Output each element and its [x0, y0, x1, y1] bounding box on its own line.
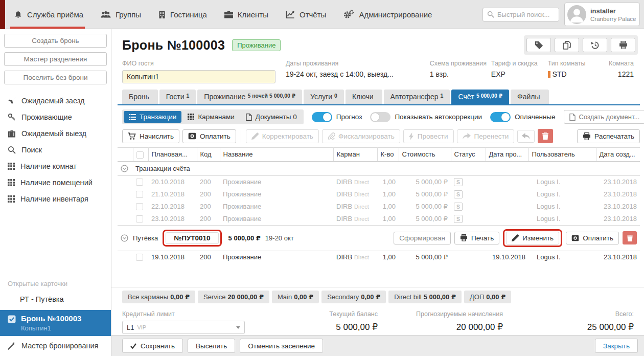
nav-groups[interactable]: Группы: [92, 0, 150, 29]
checkin-without-booking-button[interactable]: Поселить без брони: [4, 71, 107, 84]
pay-button[interactable]: Оплатить: [182, 129, 236, 143]
col-created[interactable]: Дата созд...: [596, 148, 640, 162]
select-all-checkbox[interactable]: [136, 151, 144, 159]
cancel-checkin-button[interactable]: Отменить заселение: [240, 339, 323, 353]
tab-accommodation[interactable]: Проживание5 ночей 5 000,00 ₽: [197, 90, 302, 104]
undo-button[interactable]: [517, 130, 535, 143]
forecast-toggle[interactable]: [312, 112, 332, 122]
delete-button[interactable]: [538, 129, 553, 143]
pocket-chip-direct-bill[interactable]: Direct bill5 000,00 ₽: [388, 291, 462, 303]
user-menu[interactable]: installer Cranberry Palace: [564, 3, 640, 26]
sidebar-item-booking-wizard[interactable]: Мастер бронирования: [0, 336, 111, 356]
pocket-chip-extra[interactable]: ДОП0,00 ₽: [464, 291, 511, 303]
autocorrections-toggle[interactable]: [370, 112, 390, 122]
history-button[interactable]: [583, 38, 607, 52]
col-code[interactable]: Код: [197, 148, 220, 162]
tab-account[interactable]: Счёт5 000,00 ₽: [451, 90, 509, 104]
sidebar-item-inventory-availability[interactable]: Наличие инвентаря: [0, 191, 111, 207]
pocket-chip-main[interactable]: Main0,00 ₽: [272, 291, 319, 303]
tab-files[interactable]: Файлы: [511, 90, 548, 104]
sidebar-item-space-availability[interactable]: Наличие помещений: [0, 174, 111, 191]
col-doc-date[interactable]: Дата про...: [486, 148, 528, 162]
voucher-delete-button[interactable]: [623, 231, 637, 244]
transaction-row[interactable]: 19.10.2018200Проживание DIRBDirect 1,005…: [118, 251, 640, 263]
view-pockets[interactable]: Карманами: [182, 111, 239, 123]
voucher-pay-button[interactable]: Оплатить: [566, 232, 619, 244]
save-button[interactable]: Сохранить: [122, 339, 183, 353]
transaction-row[interactable]: 20.10.2018200Проживание DIRBDirect 1,005…: [118, 175, 640, 188]
field-room-type[interactable]: Тип комнаты STD: [548, 60, 599, 78]
search-input[interactable]: [497, 11, 555, 18]
row-checkbox[interactable]: [136, 179, 143, 186]
collapse-icon[interactable]: [121, 165, 128, 172]
voucher-edit-button[interactable]: Изменить: [506, 232, 559, 244]
pocket-chip-all[interactable]: Все карманы0,00 ₽: [122, 291, 195, 303]
row-checkbox[interactable]: [136, 254, 143, 261]
credit-limit-select[interactable]: L1 VIP: [122, 321, 245, 334]
row-checkbox[interactable]: [136, 191, 143, 198]
col-pocket[interactable]: Карман: [333, 148, 377, 162]
col-cost[interactable]: Стоимость: [399, 148, 451, 162]
toggle-label: Показывать автокоррекции: [395, 113, 482, 121]
pocket-chip-service[interactable]: Service20 000,00 ₽: [198, 291, 269, 303]
fiscalize-button[interactable]: Фискализировать: [322, 129, 400, 143]
open-card-booking-guest: Копытин1: [21, 324, 81, 332]
paid-toggle[interactable]: [490, 112, 511, 122]
sidebar-item-expected-departure[interactable]: Ожидаемый выезд: [0, 125, 111, 142]
sidebar-item-expected-arrival[interactable]: Ожидаемый заезд: [0, 93, 111, 109]
field-label: ФИО гостя: [122, 60, 275, 67]
nav-clients[interactable]: Клиенты: [216, 0, 277, 29]
sidebar-item-inhouse-guests[interactable]: Проживающие: [0, 109, 111, 125]
close-button[interactable]: Закрыть: [595, 339, 638, 353]
nav-reports[interactable]: Отчёты: [277, 0, 335, 29]
tab-services[interactable]: Услуги0: [304, 90, 344, 104]
nav-front-desk[interactable]: Служба приёма: [5, 0, 92, 29]
copy-button[interactable]: [555, 38, 579, 52]
field-room-number[interactable]: Комната 1221: [609, 60, 634, 78]
col-name[interactable]: Название: [220, 148, 333, 162]
correct-button[interactable]: Корректировать: [246, 129, 319, 143]
open-card-voucher[interactable]: РТ - Путёвка: [0, 292, 111, 307]
field-stay-dates[interactable]: Даты проживания 19-24 окт, заезд с 14:00…: [286, 60, 420, 78]
guest-name-input[interactable]: [122, 70, 275, 83]
pocket-chip-secondary[interactable]: Secondary0,00 ₽: [321, 291, 386, 303]
collapse-icon[interactable]: [121, 234, 128, 242]
col-user[interactable]: Пользователь: [528, 148, 596, 162]
tags-button[interactable]: [526, 38, 551, 52]
row-checkbox[interactable]: [136, 215, 143, 222]
nav-hotel[interactable]: Гостиница: [150, 0, 216, 29]
col-status[interactable]: Статус: [451, 148, 486, 162]
sidebar-item-label: Поиск: [21, 146, 42, 154]
transaction-row[interactable]: 22.10.2018200Проживание DIRBDirect 1,005…: [118, 201, 640, 213]
sidebar-item-search[interactable]: Поиск: [0, 142, 111, 158]
tab-booking[interactable]: Бронь: [122, 90, 158, 104]
field-occupancy-scheme[interactable]: Схема проживания 1 взр.: [430, 60, 481, 78]
tab-transfer[interactable]: Автотрансфер1: [384, 90, 450, 104]
sidebar-item-room-availability[interactable]: Наличие комнат: [0, 158, 111, 174]
tab-guests[interactable]: Гости1: [159, 90, 196, 104]
split-wizard-button[interactable]: Мастер разделения: [4, 52, 107, 66]
checkout-button[interactable]: Выселить: [188, 339, 235, 353]
transaction-row[interactable]: 21.10.2018200Проживание DIRBDirect 1,005…: [118, 188, 640, 201]
group-account-transactions[interactable]: Транзакции счёта: [118, 161, 640, 175]
col-qty[interactable]: К-во: [377, 148, 399, 162]
group-voucher[interactable]: Путёвка №ПУТ0010 5 000,00 ₽ 19-20 окт Сф…: [118, 225, 640, 251]
create-booking-button[interactable]: Создать бронь: [4, 34, 107, 48]
view-transactions[interactable]: Транзакции: [124, 111, 181, 123]
transaction-row[interactable]: 23.10.2018200Проживание DIRBDirect 1,005…: [118, 213, 640, 226]
post-button[interactable]: Провести: [403, 129, 454, 143]
print-transactions-button[interactable]: Распечатать: [577, 129, 640, 143]
tab-keys[interactable]: Ключи: [346, 90, 382, 104]
col-planned-date[interactable]: Плановая...: [148, 148, 197, 162]
field-tariff[interactable]: Тариф и скидка EXP: [491, 60, 538, 78]
create-document-button[interactable]: Создать документ...: [564, 110, 644, 124]
open-card-booking-active[interactable]: Бронь №100003 Копытин1: [0, 310, 111, 336]
nav-administration[interactable]: Администрирование: [335, 0, 441, 29]
undo-icon: [522, 133, 530, 140]
transfer-button[interactable]: Перенести: [457, 129, 515, 143]
print-button[interactable]: [611, 38, 635, 52]
row-checkbox[interactable]: [136, 203, 143, 210]
view-documents[interactable]: Документы 0: [241, 111, 302, 123]
charge-button[interactable]: Начислить: [122, 129, 179, 143]
voucher-print-button[interactable]: Печать: [454, 232, 499, 244]
